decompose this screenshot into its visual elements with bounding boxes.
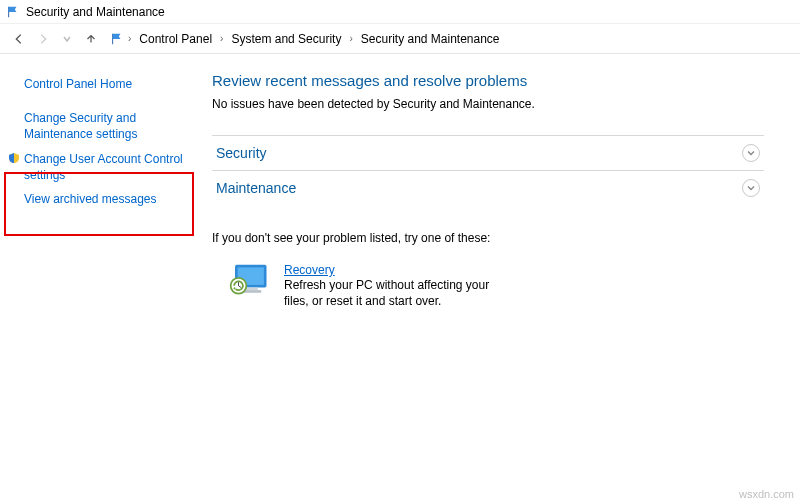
breadcrumb-system-security[interactable]: System and Security: [227, 30, 345, 48]
navbar: › Control Panel › System and Security › …: [0, 24, 800, 54]
recovery-link[interactable]: Recovery: [284, 263, 335, 277]
sidebar-link-archived-messages[interactable]: View archived messages: [0, 187, 200, 211]
chevron-down-icon[interactable]: [742, 144, 760, 162]
page-subtext: No issues have been detected by Security…: [212, 97, 764, 111]
shield-icon: [8, 152, 20, 164]
recovery-desc: Refresh your PC without affecting your f…: [284, 277, 514, 309]
sidebar-item-label: Change User Account Control settings: [24, 152, 183, 182]
sidebar-link-change-uac[interactable]: Change User Account Control settings: [0, 147, 200, 187]
chevron-right-icon: ›: [126, 33, 133, 44]
breadcrumb-control-panel[interactable]: Control Panel: [135, 30, 216, 48]
sidebar: Control Panel Home Change Security and M…: [0, 54, 200, 504]
section-maintenance[interactable]: Maintenance: [212, 170, 764, 205]
section-security[interactable]: Security: [212, 135, 764, 170]
chevron-right-icon: ›: [347, 33, 354, 44]
chevron-down-icon[interactable]: [742, 179, 760, 197]
section-title-security: Security: [216, 145, 742, 161]
flag-icon: [110, 32, 124, 46]
section-title-maintenance: Maintenance: [216, 180, 742, 196]
breadcrumb[interactable]: › Control Panel › System and Security › …: [110, 30, 792, 48]
nav-back-button[interactable]: [8, 28, 30, 50]
breadcrumb-security-maintenance[interactable]: Security and Maintenance: [357, 30, 504, 48]
note-text: If you don't see your problem listed, tr…: [212, 231, 764, 245]
window-title: Security and Maintenance: [26, 5, 165, 19]
chevron-right-icon: ›: [218, 33, 225, 44]
flag-icon: [6, 5, 20, 19]
sidebar-link-change-security[interactable]: Change Security and Maintenance settings: [0, 106, 200, 146]
main-panel: Review recent messages and resolve probl…: [200, 54, 800, 504]
page-heading: Review recent messages and resolve probl…: [212, 72, 764, 89]
titlebar: Security and Maintenance: [0, 0, 800, 24]
watermark: wsxdn.com: [739, 488, 794, 500]
recovery-text: Recovery Refresh your PC without affecti…: [284, 263, 514, 309]
nav-forward-button[interactable]: [32, 28, 54, 50]
nav-up-button[interactable]: [80, 28, 102, 50]
recovery-block: Recovery Refresh your PC without affecti…: [228, 263, 764, 309]
nav-recent-dropdown[interactable]: [56, 28, 78, 50]
sidebar-link-home[interactable]: Control Panel Home: [0, 72, 200, 96]
recovery-icon: [228, 263, 270, 299]
content-area: Control Panel Home Change Security and M…: [0, 54, 800, 504]
